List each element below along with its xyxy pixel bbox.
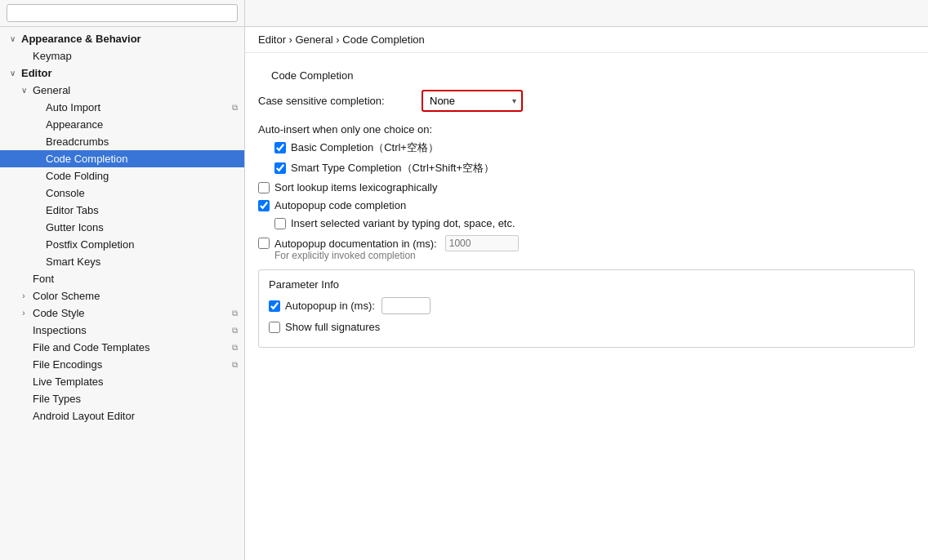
placeholder-icon	[31, 205, 42, 216]
placeholder-icon	[31, 119, 42, 131]
sidebar-item-code-style[interactable]: › Code Style ⧉	[0, 304, 244, 322]
basic-completion-checkbox[interactable]	[274, 142, 286, 153]
section-title: Code Completion	[258, 60, 915, 87]
show-full-signatures-label[interactable]: Show full signatures	[285, 321, 380, 333]
autopopup-label[interactable]: Autopopup code completion	[274, 199, 406, 211]
placeholder-icon	[18, 411, 29, 422]
case-sensitive-label: Case sensitive completion:	[258, 95, 422, 107]
sidebar-item-label: Keymap	[33, 50, 238, 62]
breadcrumb: Editor › General › Code Completion	[245, 27, 928, 53]
copy-icon: ⧉	[232, 360, 238, 370]
sidebar-item-label: General	[33, 84, 238, 96]
search-input[interactable]	[7, 4, 238, 22]
sidebar-item-label: Live Templates	[33, 376, 238, 388]
sidebar-item-file-types[interactable]: File Types	[0, 390, 244, 407]
sort-lookup-checkbox[interactable]	[258, 182, 270, 193]
placeholder-icon	[31, 136, 42, 148]
autopopup-docs-checkbox[interactable]	[258, 238, 270, 249]
sidebar-item-label: Postfix Completion	[46, 238, 238, 251]
sidebar-item-label: Appearance	[46, 118, 238, 131]
show-full-signatures-checkbox[interactable]	[269, 322, 280, 333]
sidebar-item-label: Code Folding	[46, 170, 238, 182]
parameter-info-box: Parameter Info Autopopup in (ms): 1000 S…	[258, 269, 915, 348]
case-sensitive-select[interactable]: None First letter All letters	[423, 91, 521, 110]
autopopup-checkbox[interactable]	[258, 200, 270, 211]
copy-icon: ⧉	[232, 326, 238, 336]
sidebar-item-label: Code Completion	[46, 153, 238, 165]
sidebar-item-label: Code Style	[33, 307, 232, 319]
sidebar: ∨ Appearance & Behavior Keymap ∨ Editor …	[0, 27, 245, 560]
placeholder-icon	[31, 188, 42, 199]
sidebar-item-label: File Types	[33, 393, 238, 405]
auto-insert-label: Auto-insert when only one choice on:	[258, 123, 432, 136]
sidebar-item-code-completion[interactable]: Code Completion	[0, 150, 244, 167]
placeholder-icon	[18, 342, 29, 353]
sidebar-item-label: Editor Tabs	[46, 204, 238, 216]
placeholder-icon	[18, 51, 29, 62]
autopopup-docs-label[interactable]: Autopopup documentation in (ms):	[274, 238, 437, 250]
sidebar-item-appearance[interactable]: Appearance	[0, 116, 244, 133]
autopopup-param-ms-input[interactable]: 1000	[381, 297, 431, 314]
breadcrumb-text: Editor › General › Code Completion	[258, 33, 425, 46]
sidebar-item-keymap[interactable]: Keymap	[0, 47, 244, 64]
insert-selected-row: Insert selected variant by typing dot, s…	[274, 217, 915, 229]
sidebar-item-console[interactable]: Console	[0, 184, 244, 202]
sidebar-item-label: Auto Import	[46, 101, 232, 113]
autopopup-row: Autopopup code completion	[258, 199, 915, 211]
sidebar-item-label: Editor	[21, 67, 238, 79]
sidebar-item-postfix-completion[interactable]: Postfix Completion	[0, 236, 244, 253]
placeholder-icon	[31, 256, 42, 268]
sidebar-item-editor-tabs[interactable]: Editor Tabs	[0, 202, 244, 219]
sidebar-item-auto-import[interactable]: Auto Import ⧉	[0, 99, 244, 116]
sort-lookup-label[interactable]: Sort lookup items lexicographically	[274, 181, 437, 193]
placeholder-icon	[31, 239, 42, 251]
sidebar-item-label: Gutter Icons	[46, 221, 238, 233]
sidebar-item-label: Smart Keys	[46, 256, 238, 268]
sidebar-item-gutter-icons[interactable]: Gutter Icons	[0, 219, 244, 236]
placeholder-icon	[31, 102, 42, 113]
smart-type-checkbox[interactable]	[274, 162, 286, 174]
sidebar-item-live-templates[interactable]: Live Templates	[0, 373, 244, 390]
placeholder-icon	[18, 376, 29, 388]
basic-completion-row: Basic Completion（Ctrl+空格）	[274, 140, 915, 155]
sidebar-item-label: Console	[46, 187, 238, 199]
show-full-signatures-row: Show full signatures	[269, 321, 904, 333]
placeholder-icon	[18, 393, 29, 405]
autopopup-param-checkbox[interactable]	[269, 300, 280, 312]
sidebar-item-color-scheme[interactable]: › Color Scheme	[0, 287, 244, 304]
content-panel: Editor › General › Code Completion Code …	[245, 27, 928, 560]
smart-type-row: Smart Type Completion（Ctrl+Shift+空格）	[274, 161, 915, 176]
insert-selected-label[interactable]: Insert selected variant by typing dot, s…	[291, 217, 515, 229]
autopopup-docs-ms-input[interactable]	[445, 235, 519, 251]
sidebar-item-label: Font	[33, 273, 238, 285]
sidebar-item-inspections[interactable]: Inspections ⧉	[0, 322, 244, 339]
basic-completion-label[interactable]: Basic Completion（Ctrl+空格）	[291, 140, 439, 155]
chevron-down-icon: ∨	[18, 85, 29, 96]
smart-type-label[interactable]: Smart Type Completion（Ctrl+Shift+空格）	[291, 161, 494, 176]
sidebar-item-code-folding[interactable]: Code Folding	[0, 167, 244, 184]
sidebar-item-general[interactable]: ∨ General	[0, 82, 244, 99]
sidebar-item-label: File Encodings	[33, 358, 232, 371]
case-sensitive-dropdown-wrapper[interactable]: None First letter All letters ▾	[422, 90, 523, 112]
sidebar-item-file-code-templates[interactable]: File and Code Templates ⧉	[0, 339, 244, 356]
sidebar-item-label: Appearance & Behavior	[21, 33, 238, 45]
sidebar-item-label: Android Layout Editor	[33, 410, 238, 422]
autopopup-param-label[interactable]: Autopopup in (ms):	[285, 300, 375, 312]
sidebar-item-label: Inspections	[33, 324, 232, 336]
chevron-right-icon: ›	[18, 291, 29, 302]
sidebar-item-editor[interactable]: ∨ Editor	[0, 64, 244, 82]
placeholder-icon	[31, 171, 42, 182]
sidebar-item-android-layout-editor[interactable]: Android Layout Editor	[0, 407, 244, 424]
hint-text: For explicitly invoked completion	[274, 250, 915, 261]
placeholder-icon	[31, 153, 42, 165]
sidebar-item-smart-keys[interactable]: Smart Keys	[0, 253, 244, 270]
sidebar-item-label: File and Code Templates	[33, 341, 232, 353]
sidebar-item-file-encodings[interactable]: File Encodings ⧉	[0, 356, 244, 373]
sidebar-item-breadcrumbs[interactable]: Breadcrumbs	[0, 133, 244, 150]
sidebar-item-appearance-behavior[interactable]: ∨ Appearance & Behavior	[0, 30, 244, 47]
copy-icon: ⧉	[232, 103, 238, 113]
sidebar-item-font[interactable]: Font	[0, 270, 244, 287]
placeholder-icon	[18, 359, 29, 371]
insert-selected-checkbox[interactable]	[274, 218, 286, 229]
sidebar-item-label: Breadcrumbs	[46, 136, 238, 148]
